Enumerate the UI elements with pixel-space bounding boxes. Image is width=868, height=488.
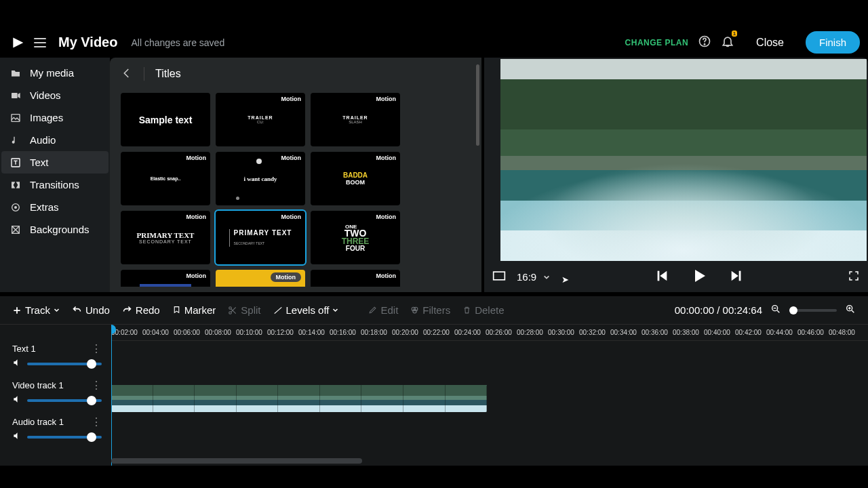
ruler-tick: 00:32:00: [579, 325, 610, 340]
volume-icon[interactable]: [12, 431, 22, 443]
title-card-sample-2[interactable]: Motion Sample/: [311, 270, 400, 287]
motion-tag: Motion: [376, 96, 397, 102]
dot-decoration: [236, 197, 239, 200]
title-card-badda-boom[interactable]: Motion BADDA BOOM: [311, 152, 400, 205]
ruler-tick: 00:36:00: [642, 325, 673, 340]
track-menu-icon[interactable]: ⋮: [91, 419, 102, 426]
volume-slider[interactable]: [27, 436, 102, 439]
volume-slider[interactable]: [27, 363, 102, 365]
track-lane-video[interactable]: [111, 378, 868, 414]
title-card-trailer-slash[interactable]: Motion TRAILER SLASH: [311, 93, 400, 146]
svg-point-2: [704, 44, 705, 45]
track-menu-icon[interactable]: ⋮: [91, 382, 102, 389]
timeline-scrollbar[interactable]: [111, 458, 362, 464]
volume-slider[interactable]: [27, 399, 102, 402]
zoom-out-icon[interactable]: [770, 304, 781, 317]
ruler-tick: 00:12:00: [267, 325, 298, 340]
sidebar-item-text[interactable]: Text: [1, 151, 108, 174]
title-card-elastic[interactable]: Motion Elastic snap..: [121, 152, 210, 205]
track-lane-text[interactable]: [111, 341, 868, 378]
title-card-subtext: CU:: [257, 120, 264, 124]
track-name: Audio track 1: [12, 417, 64, 427]
sidebar-item-transitions[interactable]: Transitions: [1, 174, 108, 196]
track-name: Text 1: [12, 344, 36, 354]
change-plan-link[interactable]: CHANGE PLAN: [625, 38, 689, 47]
titles-panel: Titles Sample text Motion TRAILER CU: Mo…: [110, 58, 481, 292]
motion-tag: Motion: [271, 272, 302, 282]
playhead[interactable]: [111, 325, 112, 466]
sidebar-item-label: Audio: [30, 134, 56, 146]
close-button[interactable]: Close: [744, 33, 796, 53]
title-card-candy[interactable]: Motion i want candy: [216, 152, 305, 205]
svg-marker-13: [695, 270, 705, 282]
music-note-icon: [9, 135, 22, 146]
back-arrow-icon[interactable]: [121, 67, 133, 81]
title-card-subtext: BOOM: [346, 179, 365, 186]
aspect-ratio-dropdown[interactable]: 16:9: [517, 271, 550, 283]
play-button[interactable]: [691, 268, 707, 286]
title-card-top-text[interactable]: Motion TOP TEXT: [216, 270, 305, 287]
skip-forward-button[interactable]: [729, 268, 744, 285]
sidebar-item-label: Videos: [30, 89, 61, 101]
timecode-display: 00:00:00 / 00:24:64: [675, 304, 762, 316]
fullscreen-icon[interactable]: [848, 270, 860, 284]
title-card-text: PRIMARY TEXT: [234, 229, 292, 237]
volume-icon[interactable]: [12, 358, 22, 369]
filters-button[interactable]: Filters: [410, 304, 450, 316]
title-card-subtext: SLASH: [349, 120, 362, 124]
extras-icon: [9, 202, 22, 213]
add-track-button[interactable]: Track: [12, 304, 60, 316]
skip-back-button[interactable]: [654, 268, 669, 285]
volume-icon[interactable]: [12, 394, 22, 406]
title-card-count[interactable]: Motion ONE TWO THREE FOUR: [311, 211, 400, 264]
zoom-slider[interactable]: [789, 309, 837, 312]
panel-scrollbar[interactable]: [476, 64, 479, 146]
sidebar: My media Videos Images Audio Text Transi…: [0, 58, 110, 292]
title-card-trailer-cut[interactable]: Motion TRAILER CU:: [216, 93, 305, 146]
app-logo[interactable]: [11, 36, 24, 49]
undo-button[interactable]: Undo: [72, 304, 110, 316]
sidebar-item-label: Text: [30, 157, 49, 168]
menu-icon[interactable]: [34, 38, 46, 47]
sidebar-item-audio[interactable]: Audio: [1, 129, 108, 151]
sidebar-item-images[interactable]: Images: [1, 106, 108, 129]
zoom-in-icon[interactable]: [845, 304, 856, 317]
svg-rect-3: [12, 93, 18, 98]
ruler-tick: 00:06:00: [174, 325, 205, 340]
title-card-text: TRAILER: [342, 115, 368, 120]
edit-button[interactable]: Edit: [368, 304, 398, 316]
sidebar-item-my-media[interactable]: My media: [1, 62, 108, 84]
marker-button[interactable]: Marker: [172, 304, 216, 316]
motion-tag: Motion: [281, 96, 302, 102]
video-clip[interactable]: [111, 385, 487, 412]
ruler-tick: 00:04:00: [142, 325, 174, 340]
aspect-ratio-icon[interactable]: [492, 270, 506, 283]
notification-badge: 1: [732, 30, 737, 37]
title-card-primary-2[interactable]: Motion PRIMARY TEXT SECONDARY TEXT: [216, 211, 305, 264]
sidebar-item-videos[interactable]: Videos: [1, 84, 108, 106]
track-lane-audio[interactable]: [111, 414, 868, 451]
svg-rect-11: [657, 270, 659, 281]
ruler-tick: 00:18:00: [361, 325, 392, 340]
levels-button[interactable]: Levels off: [273, 304, 339, 316]
background-icon: [9, 224, 22, 235]
title-card-primary-3[interactable]: Motion PRIMARY TEXT: [121, 270, 210, 287]
track-menu-icon[interactable]: ⋮: [91, 346, 102, 352]
title-card-sample-text[interactable]: Sample text: [121, 93, 210, 146]
title-card-text: Sample/: [343, 285, 368, 287]
preview-canvas[interactable]: [500, 59, 867, 261]
redo-button[interactable]: Redo: [122, 304, 160, 316]
title-card-primary-1[interactable]: Motion PRIMARY TEXT SECONDARY TEXT: [121, 211, 210, 264]
timeline-ruler[interactable]: 00:02:0000:04:0000:06:0000:08:0000:10:00…: [111, 325, 868, 341]
sidebar-item-extras[interactable]: Extras: [1, 196, 108, 218]
notification-icon[interactable]: 1: [721, 35, 734, 50]
split-button[interactable]: Split: [228, 304, 260, 316]
ruler-tick: 00:30:00: [548, 325, 579, 340]
ruler-tick: 00:48:00: [829, 325, 860, 340]
delete-button[interactable]: Delete: [462, 304, 504, 316]
help-icon[interactable]: [698, 35, 711, 50]
title-card-text: Sample text: [139, 115, 193, 125]
finish-button[interactable]: Finish: [806, 31, 860, 54]
motion-tag: Motion: [376, 214, 397, 220]
sidebar-item-backgrounds[interactable]: Backgrounds: [1, 218, 108, 241]
